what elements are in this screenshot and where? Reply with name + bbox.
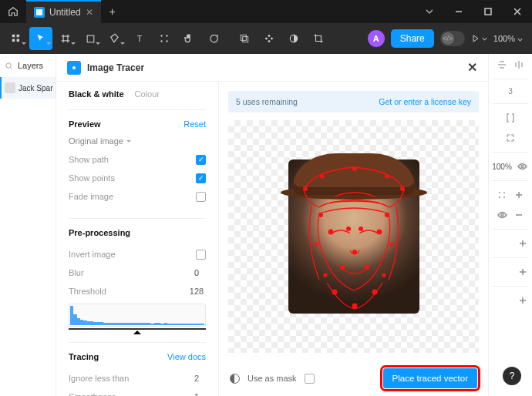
plus-icon[interactable] (513, 189, 525, 201)
threshold-slider[interactable] (69, 328, 206, 330)
preview-pane: 5 uses remaining Get or enter a license … (218, 82, 488, 396)
smoothness-value[interactable]: 1 (187, 392, 206, 396)
user-avatar[interactable]: A (368, 30, 385, 47)
align-icon[interactable] (496, 59, 508, 71)
svg-rect-20 (243, 37, 248, 42)
tracer-settings: Black & white Colour Preview Reset Origi… (56, 82, 218, 396)
svg-rect-0 (36, 9, 42, 15)
present-button[interactable] (471, 34, 487, 43)
align-icon-2[interactable] (513, 59, 525, 71)
layer-thumb-icon (5, 82, 15, 93)
blur-value[interactable]: 0 (187, 268, 206, 277)
svg-point-36 (352, 304, 357, 309)
svg-point-25 (328, 230, 333, 235)
component-tool[interactable] (258, 27, 281, 50)
doc-icon (34, 7, 45, 18)
ignore-value[interactable]: 2 (187, 374, 206, 383)
shape-tool[interactable] (79, 27, 102, 50)
mode-tab-colour[interactable]: Colour (135, 89, 160, 99)
invert-image-checkbox[interactable] (196, 250, 206, 260)
tab-title: Untitled (49, 7, 81, 18)
new-tab-button[interactable]: + (101, 0, 124, 23)
layers-header[interactable]: Layers (0, 54, 56, 77)
svg-point-43 (389, 242, 393, 246)
show-path-checkbox[interactable] (196, 155, 206, 165)
share-button[interactable]: Share (391, 29, 434, 48)
dev-mode-toggle[interactable]: </> (440, 31, 465, 46)
plus-icon-3[interactable] (517, 266, 529, 278)
bracket-icon[interactable] (504, 112, 517, 124)
svg-point-33 (385, 213, 389, 217)
close-tab-icon[interactable]: ✕ (86, 7, 93, 18)
svg-point-30 (340, 265, 345, 270)
toolbar: T A Share </> 100% (0, 23, 532, 54)
svg-rect-7 (12, 39, 15, 42)
use-as-mask-checkbox[interactable] (305, 374, 315, 384)
svg-rect-13 (87, 35, 94, 42)
pen-tool[interactable] (103, 27, 126, 50)
layer-item[interactable]: Jack Spar (0, 77, 56, 99)
svg-rect-5 (12, 35, 15, 38)
svg-point-18 (166, 40, 167, 42)
svg-rect-19 (241, 35, 246, 40)
window-maximize[interactable] (473, 0, 503, 23)
corner-icon[interactable] (504, 132, 517, 144)
image-tracer-modal: Image Tracer ✕ Black & white Colour Prev… (56, 54, 488, 396)
hand-tool[interactable] (177, 27, 200, 50)
crop-tool[interactable] (307, 27, 330, 50)
plus-icon-4[interactable] (517, 294, 529, 307)
plus-icon-2[interactable] (517, 237, 529, 250)
svg-point-16 (166, 35, 167, 36)
trace-overlay-icon (288, 159, 419, 314)
opacity-value[interactable]: 100% (492, 163, 512, 171)
svg-point-22 (6, 62, 11, 67)
help-button[interactable]: ? (503, 367, 521, 385)
move-tool[interactable] (29, 27, 52, 50)
mask-tool[interactable] (282, 27, 305, 50)
home-button[interactable] (0, 0, 26, 23)
window-minimize[interactable] (444, 0, 473, 23)
fade-image-checkbox[interactable] (196, 192, 206, 202)
comment-tool[interactable] (202, 27, 225, 50)
show-points-checkbox[interactable] (196, 173, 206, 183)
svg-rect-2 (485, 8, 491, 15)
svg-point-27 (359, 227, 363, 231)
reset-link[interactable]: Reset (184, 119, 206, 129)
frame-tool[interactable] (54, 27, 77, 50)
window-chevron[interactable] (415, 0, 444, 23)
tracer-icon (67, 61, 81, 75)
eye-icon-2[interactable] (496, 209, 508, 221)
window-close[interactable] (503, 0, 532, 23)
license-link[interactable]: Get or enter a license key (379, 97, 471, 106)
svg-point-15 (160, 35, 162, 36)
histogram (69, 304, 206, 327)
threshold-value[interactable]: 128 (187, 287, 206, 296)
boolean-tool[interactable] (233, 27, 256, 50)
svg-point-40 (320, 174, 324, 178)
original-image-dropdown[interactable]: Original image (69, 136, 206, 146)
minus-icon[interactable] (513, 209, 525, 221)
blur-label: Blur (69, 268, 84, 277)
view-docs-link[interactable]: View docs (167, 352, 206, 361)
dots-icon[interactable] (496, 189, 508, 201)
svg-line-23 (10, 67, 12, 69)
main-menu-button[interactable] (5, 27, 28, 50)
threshold-label: Threshold (69, 287, 106, 296)
resources-tool[interactable] (153, 27, 176, 50)
fade-image-label: Fade image (69, 192, 113, 201)
modal-close-button[interactable]: ✕ (467, 60, 477, 75)
license-bar: 5 uses remaining Get or enter a license … (228, 91, 479, 112)
document-tab[interactable]: Untitled ✕ (26, 0, 101, 23)
svg-point-37 (303, 186, 308, 191)
mode-tab-bw[interactable]: Black & white (69, 89, 124, 99)
zoom-dropdown[interactable]: 100% (493, 34, 523, 43)
svg-point-34 (332, 290, 337, 295)
properties-panel: 3 100% (488, 54, 532, 396)
text-tool[interactable]: T (128, 27, 151, 50)
eye-icon[interactable] (517, 160, 529, 173)
svg-point-39 (352, 166, 357, 171)
place-traced-vector-button[interactable]: Place traced vector (383, 368, 477, 388)
preview-section-title: Preview (69, 119, 101, 129)
invert-image-label: Invert image (69, 250, 116, 259)
svg-point-26 (346, 227, 351, 231)
